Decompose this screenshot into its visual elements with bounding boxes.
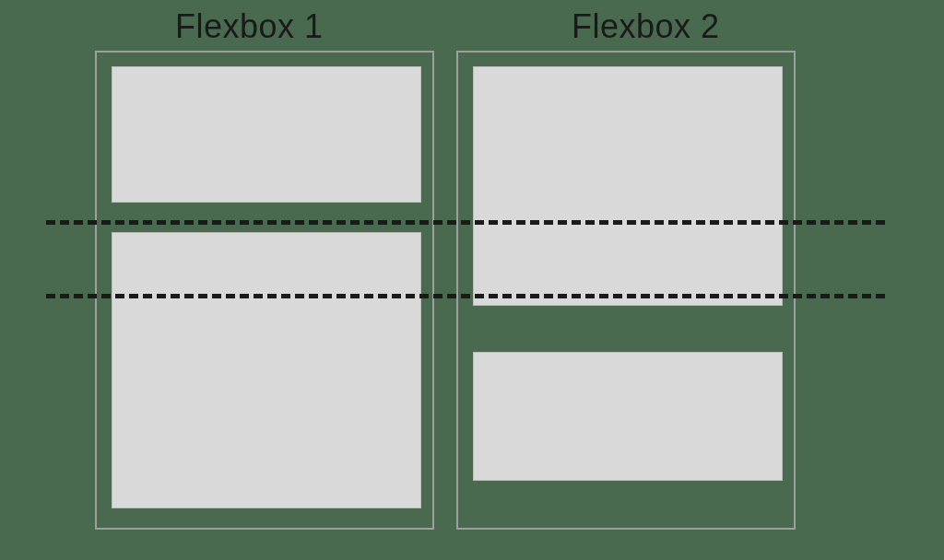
flexbox1-title: Flexbox 1 — [175, 7, 324, 46]
flexbox2-item-top — [473, 66, 783, 306]
flexbox1-item-top — [112, 66, 421, 203]
flexbox2-title: Flexbox 2 — [572, 7, 720, 46]
flexbox2-container — [456, 51, 796, 530]
guide-line-upper — [46, 220, 885, 225]
flexbox1-item-bottom — [112, 232, 421, 508]
guide-line-lower — [46, 294, 885, 298]
flexbox1-container — [95, 51, 434, 530]
diagram-stage: Flexbox 1 Flexbox 2 — [0, 0, 944, 560]
flexbox2-item-bottom — [473, 352, 783, 481]
